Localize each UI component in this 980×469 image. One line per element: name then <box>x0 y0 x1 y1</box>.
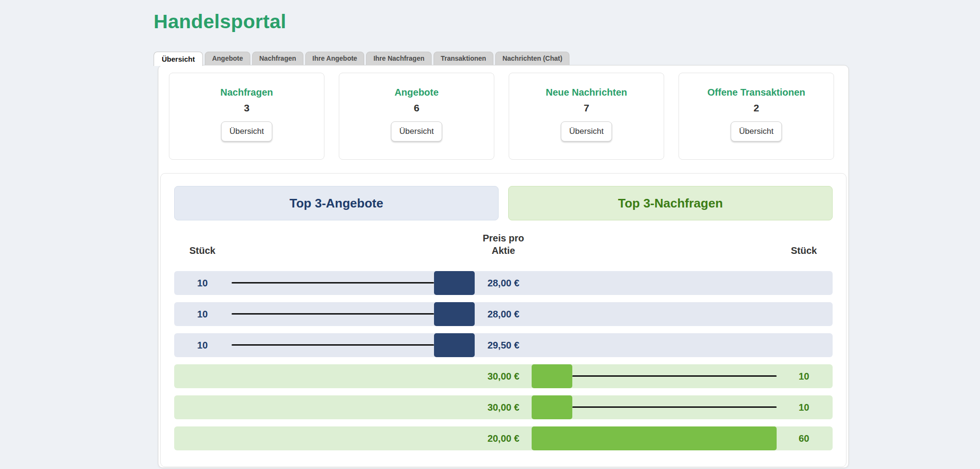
offer-price: 28,00 € <box>456 271 551 295</box>
uebersicht-button[interactable]: Übersicht <box>731 121 782 142</box>
uebersicht-button[interactable]: Übersicht <box>391 121 443 142</box>
offer-quantity: 10 <box>174 302 231 326</box>
stat-cards-row: Nachfragen 3 Übersicht Angebote 6 Übersi… <box>169 73 834 160</box>
stat-card-neue-nachrichten: Neue Nachrichten 7 Übersicht <box>509 73 664 160</box>
demand-row: 30,00 € 10 <box>174 364 833 388</box>
tab-ihre-nachfragen[interactable]: Ihre Nachfragen <box>366 52 432 65</box>
offer-price: 28,00 € <box>456 302 551 326</box>
stat-card-value: 2 <box>679 102 834 114</box>
tab-angebote[interactable]: Angebote <box>205 52 250 65</box>
stat-card-title: Nachfragen <box>169 87 324 98</box>
demand-quantity: 10 <box>775 364 833 388</box>
handelsportal-page: Handelsportal Übersicht Angebote Nachfra… <box>0 0 980 469</box>
stat-card-value: 6 <box>339 102 494 114</box>
demand-row: 30,00 € 10 <box>174 395 833 419</box>
tab-transaktionen[interactable]: Transaktionen <box>434 52 493 65</box>
connector-line <box>232 344 434 346</box>
offer-row: 10 29,50 € <box>174 333 833 357</box>
demand-quantity: 60 <box>775 426 833 450</box>
stat-card-title: Angebote <box>339 87 494 98</box>
demand-bar <box>532 395 572 419</box>
stat-card-value: 3 <box>169 102 324 114</box>
demand-bar <box>532 426 777 450</box>
offer-row: 10 28,00 € <box>174 302 833 326</box>
market-panel: Top 3-Angebote Top 3-Nachfragen Stück Pr… <box>160 173 846 467</box>
top3-nachfragen-header: Top 3-Nachfragen <box>508 186 833 220</box>
tab-nachrichten-chat[interactable]: Nachrichten (Chat) <box>495 52 569 65</box>
tab-uebersicht[interactable]: Übersicht <box>154 52 203 66</box>
stat-card-nachfragen: Nachfragen 3 Übersicht <box>169 73 324 160</box>
offer-price: 29,50 € <box>456 333 551 357</box>
connector-line <box>232 313 434 315</box>
top3-angebote-header: Top 3-Angebote <box>174 186 499 220</box>
uebersicht-button[interactable]: Übersicht <box>221 121 273 142</box>
column-header-stueck-right: Stück <box>775 245 833 256</box>
offer-row: 10 28,00 € <box>174 271 833 295</box>
demand-quantity: 10 <box>775 395 833 419</box>
demand-row: 20,00 € 60 <box>174 426 833 450</box>
connector-line <box>572 375 777 377</box>
stat-card-angebote: Angebote 6 Übersicht <box>339 73 494 160</box>
stat-card-title: Neue Nachrichten <box>509 87 664 98</box>
tab-bar: Übersicht Angebote Nachfragen Ihre Angeb… <box>154 52 569 66</box>
main-panel: Nachfragen 3 Übersicht Angebote 6 Übersi… <box>158 65 849 468</box>
tab-ihre-angebote[interactable]: Ihre Angebote <box>305 52 365 65</box>
uebersicht-button[interactable]: Übersicht <box>561 121 612 142</box>
connector-line <box>232 282 434 284</box>
stat-card-value: 7 <box>509 102 664 114</box>
page-title: Handelsportal <box>154 11 286 33</box>
connector-line <box>572 406 777 408</box>
column-header-stueck-left: Stück <box>174 245 231 256</box>
offer-quantity: 10 <box>174 333 231 357</box>
demand-bar <box>532 364 572 388</box>
tab-nachfragen[interactable]: Nachfragen <box>252 52 303 65</box>
offer-quantity: 10 <box>174 271 231 295</box>
stat-card-offene-transaktionen: Offene Transaktionen 2 Übersicht <box>679 73 834 160</box>
stat-card-title: Offene Transaktionen <box>679 87 834 98</box>
column-header-preis-pro-aktie: Preis pro Aktie <box>475 232 532 257</box>
